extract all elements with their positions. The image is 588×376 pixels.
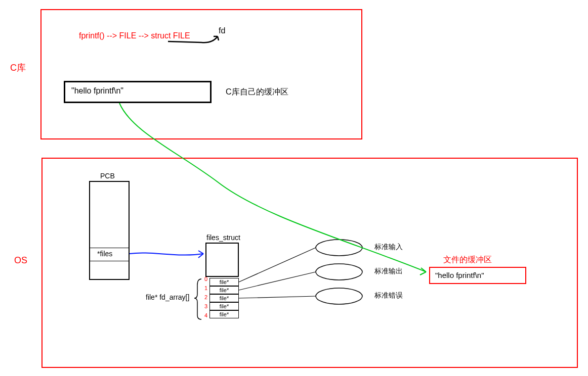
fd-row-0: file* xyxy=(209,278,239,286)
fprintf-chain-text: fprintf() --> FILE --> struct FILE xyxy=(79,31,190,40)
c-library-buffer-label: C库自己的缓冲区 xyxy=(226,87,288,98)
fd-row-4: file* xyxy=(209,310,239,318)
fd-label: fd xyxy=(219,26,225,35)
fd-index-1: 1 xyxy=(204,285,207,291)
fd-index-3: 3 xyxy=(204,303,207,309)
file-buffer-title: 文件的缓冲区 xyxy=(443,255,492,265)
fd-row-2: file* xyxy=(209,294,239,302)
pcb-files-field: *files xyxy=(97,250,112,258)
file-buffer-box: "hello fprintf\n" xyxy=(429,267,526,284)
pcb-box xyxy=(89,181,130,280)
fd-row-1-text: file* xyxy=(220,287,229,293)
c-library-label: C库 xyxy=(10,62,26,74)
pcb-row-divider-2 xyxy=(90,261,129,261)
fd-row-3-text: file* xyxy=(220,303,229,309)
files-struct-box xyxy=(205,243,239,277)
c-library-box xyxy=(40,9,362,139)
os-label: OS xyxy=(14,255,27,266)
files-struct-title: files_struct xyxy=(206,233,240,242)
fd-index-0: 0 xyxy=(204,276,207,282)
fd-row-1: file* xyxy=(209,286,239,294)
c-library-buffer-box: "hello fprintf\n" xyxy=(64,81,212,103)
fd-row-3: file* xyxy=(209,302,239,310)
stdout-label: 标准输出 xyxy=(374,267,403,276)
fd-index-4: 4 xyxy=(204,312,207,318)
stdin-label: 标准输入 xyxy=(374,243,403,252)
fd-array-label: file* fd_array[] xyxy=(146,293,189,301)
pcb-title: PCB xyxy=(100,172,115,180)
fd-index-2: 2 xyxy=(204,294,207,300)
stderr-label: 标准错误 xyxy=(374,291,403,300)
fd-row-4-text: file* xyxy=(220,311,229,317)
fd-row-0-text: file* xyxy=(220,279,229,285)
fd-row-2-text: file* xyxy=(220,295,229,301)
pcb-row-divider-1 xyxy=(90,248,129,248)
c-library-buffer-text: "hello fprintf\n" xyxy=(71,86,123,95)
file-buffer-text: "hello fprintf\n" xyxy=(435,271,484,279)
